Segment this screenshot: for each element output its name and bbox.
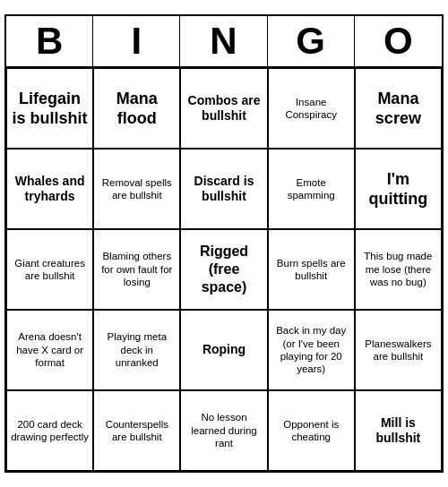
bingo-letter-i: I (93, 16, 180, 66)
bingo-cell-8: Emote spamming (268, 149, 355, 229)
bingo-cell-22: No lesson learned during rant (180, 390, 267, 471)
bingo-cell-12: Rigged (free space) (180, 229, 267, 310)
bingo-letter-n: N (180, 16, 267, 66)
bingo-cell-11: Blaming others for own fault for losing (93, 229, 180, 310)
bingo-cell-1: Mana flood (93, 68, 180, 149)
bingo-cell-10: Giant creatures are bullshit (6, 229, 93, 310)
bingo-grid: Lifegain is bullshitMana floodCombos are… (6, 68, 442, 471)
bingo-cell-21: Counterspells are bullshit (93, 390, 180, 471)
bingo-cell-23: Opponent is cheating (268, 390, 355, 471)
bingo-cell-0: Lifegain is bullshit (6, 68, 93, 149)
bingo-cell-18: Back in my day (or I've been playing for… (268, 310, 355, 390)
bingo-cell-16: Playing meta deck in unranked (93, 310, 180, 390)
bingo-cell-17: Roping (180, 310, 267, 390)
bingo-cell-13: Burn spells are bullshit (268, 229, 355, 310)
bingo-cell-2: Combos are bullshit (180, 68, 267, 149)
bingo-cell-24: Mill is bullshit (355, 390, 442, 471)
bingo-cell-19: Planeswalkers are bullshit (355, 310, 442, 390)
bingo-cell-15: Arena doesn't have X card or format (6, 310, 93, 390)
bingo-card: BINGO Lifegain is bullshitMana floodComb… (4, 14, 444, 473)
bingo-cell-9: I'm quitting (355, 149, 442, 229)
bingo-letter-o: O (355, 16, 442, 66)
bingo-letter-b: B (6, 16, 93, 66)
bingo-cell-7: Discard is bullshit (180, 149, 267, 229)
bingo-cell-3: Insane Conspiracy (268, 68, 355, 149)
bingo-cell-6: Removal spells are bullshit (93, 149, 180, 229)
bingo-cell-20: 200 card deck drawing perfectly (6, 390, 93, 471)
bingo-cell-14: This bug made me lose (there was no bug) (355, 229, 442, 310)
bingo-cell-5: Whales and tryhards (6, 149, 93, 229)
bingo-header: BINGO (6, 16, 442, 68)
bingo-letter-g: G (268, 16, 355, 66)
bingo-cell-4: Mana screw (355, 68, 442, 149)
